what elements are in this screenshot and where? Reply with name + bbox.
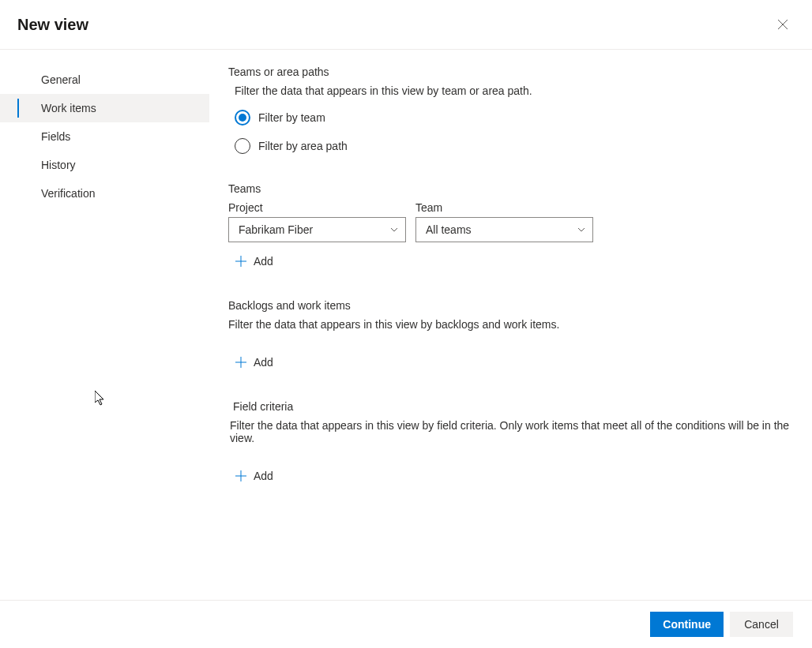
section-description: Filter the data that appears in this vie… xyxy=(228,318,793,331)
radio-icon xyxy=(235,110,250,125)
sidebar-item-label: General xyxy=(41,73,81,86)
radio-filter-by-area-path[interactable]: Filter by area path xyxy=(235,138,793,154)
sidebar-item-label: History xyxy=(41,159,76,171)
add-team-button[interactable]: Add xyxy=(235,252,273,271)
dialog-title: New view xyxy=(17,16,88,34)
sidebar-item-verification[interactable]: Verification xyxy=(0,179,209,208)
section-field-criteria: Field criteria Filter the data that appe… xyxy=(228,400,793,485)
dropdown-value: Fabrikam Fiber xyxy=(239,223,313,236)
section-title: Teams or area paths xyxy=(228,66,793,78)
plus-icon xyxy=(235,470,247,482)
add-backlog-button[interactable]: Add xyxy=(235,353,273,372)
sidebar-item-label: Work items xyxy=(41,102,96,114)
sidebar-item-general[interactable]: General xyxy=(0,66,209,94)
add-field-criteria-button[interactable]: Add xyxy=(235,466,273,485)
add-label: Add xyxy=(254,356,273,369)
radio-icon xyxy=(235,138,250,154)
dialog-header: New view xyxy=(0,0,812,50)
project-label: Project xyxy=(228,201,406,214)
add-label: Add xyxy=(254,255,273,268)
team-dropdown[interactable]: All teams xyxy=(415,217,593,242)
section-teams: Teams Project Fabrikam Fiber Team xyxy=(228,182,793,271)
section-teams-or-area: Teams or area paths Filter the data that… xyxy=(228,66,793,154)
radio-label: Filter by team xyxy=(258,111,325,124)
section-description: Filter the data that appears in this vie… xyxy=(235,84,793,97)
dialog-footer: Continue Cancel xyxy=(0,600,812,648)
sidebar-item-label: Verification xyxy=(41,187,95,200)
close-icon xyxy=(777,19,788,30)
radio-filter-by-team[interactable]: Filter by team xyxy=(235,110,793,125)
section-description: Filter the data that appears in this vie… xyxy=(230,419,793,444)
sidebar-item-history[interactable]: History xyxy=(0,151,209,179)
continue-button[interactable]: Continue xyxy=(650,612,724,637)
plus-icon xyxy=(235,356,247,369)
sidebar-item-label: Fields xyxy=(41,130,70,143)
cancel-button[interactable]: Cancel xyxy=(730,612,793,637)
radio-label: Filter by area path xyxy=(258,140,348,152)
dropdown-value: All teams xyxy=(426,223,472,236)
sidebar-item-work-items[interactable]: Work items xyxy=(0,94,209,122)
chevron-down-icon xyxy=(389,225,399,234)
content-panel: Teams or area paths Filter the data that… xyxy=(209,50,812,600)
section-title: Field criteria xyxy=(233,400,793,413)
project-dropdown[interactable]: Fabrikam Fiber xyxy=(228,217,406,242)
team-label: Team xyxy=(415,201,593,214)
plus-icon xyxy=(235,255,247,268)
close-button[interactable] xyxy=(773,14,793,35)
chevron-down-icon xyxy=(577,225,586,234)
add-label: Add xyxy=(254,470,273,482)
sidebar: General Work items Fields History Verifi… xyxy=(0,50,209,600)
sidebar-item-fields[interactable]: Fields xyxy=(0,122,209,151)
section-title: Teams xyxy=(228,182,793,195)
section-backlogs: Backlogs and work items Filter the data … xyxy=(228,299,793,372)
section-title: Backlogs and work items xyxy=(228,299,793,312)
